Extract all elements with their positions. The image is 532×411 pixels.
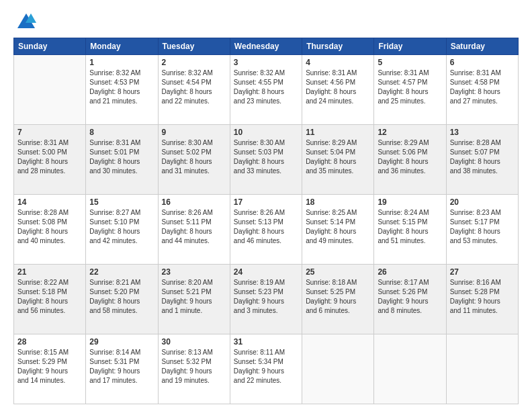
day-number: 6 (450, 58, 515, 67)
day-number: 14 (17, 197, 82, 207)
day-number: 12 (378, 128, 442, 137)
day-number: 25 (306, 267, 370, 277)
day-number: 30 (162, 337, 226, 347)
day-info: Sunrise: 8:23 AM Sunset: 5:17 PM Dayligh… (450, 208, 515, 246)
day-info: Sunrise: 8:13 AM Sunset: 5:32 PM Dayligh… (162, 348, 226, 385)
weekday-header: Thursday (302, 38, 374, 55)
weekday-header: Tuesday (158, 38, 230, 55)
day-number: 17 (234, 197, 298, 207)
day-number: 18 (306, 197, 370, 207)
day-number: 3 (234, 58, 298, 67)
calendar-day-cell: 7Sunrise: 8:31 AM Sunset: 5:00 PM Daylig… (14, 125, 86, 195)
calendar-day-cell: 12Sunrise: 8:29 AM Sunset: 5:06 PM Dayli… (374, 125, 446, 195)
day-info: Sunrise: 8:24 AM Sunset: 5:15 PM Dayligh… (378, 208, 442, 246)
day-number: 13 (450, 128, 515, 137)
calendar-day-cell: 4Sunrise: 8:31 AM Sunset: 4:56 PM Daylig… (302, 55, 374, 125)
day-info: Sunrise: 8:32 AM Sunset: 4:55 PM Dayligh… (234, 68, 298, 106)
day-number: 7 (17, 128, 82, 137)
day-number: 23 (162, 267, 226, 277)
calendar-day-cell: 25Sunrise: 8:18 AM Sunset: 5:25 PM Dayli… (302, 265, 374, 334)
day-info: Sunrise: 8:25 AM Sunset: 5:14 PM Dayligh… (306, 208, 370, 246)
day-info: Sunrise: 8:19 AM Sunset: 5:23 PM Dayligh… (234, 278, 298, 316)
calendar-day-cell: 30Sunrise: 8:13 AM Sunset: 5:32 PM Dayli… (158, 334, 230, 404)
calendar-week-row: 14Sunrise: 8:28 AM Sunset: 5:08 PM Dayli… (14, 195, 519, 265)
day-number: 11 (306, 128, 370, 137)
day-info: Sunrise: 8:30 AM Sunset: 5:02 PM Dayligh… (162, 138, 226, 176)
calendar-day-cell (302, 334, 374, 404)
day-info: Sunrise: 8:22 AM Sunset: 5:18 PM Dayligh… (17, 278, 82, 316)
day-number: 5 (378, 58, 442, 67)
calendar-day-cell (374, 334, 446, 404)
calendar-day-cell: 8Sunrise: 8:31 AM Sunset: 5:01 PM Daylig… (86, 125, 158, 195)
calendar-day-cell: 31Sunrise: 8:11 AM Sunset: 5:34 PM Dayli… (230, 334, 302, 404)
day-number: 20 (450, 197, 515, 207)
day-info: Sunrise: 8:31 AM Sunset: 5:01 PM Dayligh… (89, 138, 154, 176)
calendar-day-cell: 5Sunrise: 8:31 AM Sunset: 4:57 PM Daylig… (374, 55, 446, 125)
calendar-day-cell: 13Sunrise: 8:28 AM Sunset: 5:07 PM Dayli… (446, 125, 518, 195)
day-number: 26 (378, 267, 442, 277)
calendar-day-cell: 22Sunrise: 8:21 AM Sunset: 5:20 PM Dayli… (86, 265, 158, 334)
day-number: 28 (17, 337, 82, 347)
calendar-week-row: 1Sunrise: 8:32 AM Sunset: 4:53 PM Daylig… (14, 55, 519, 125)
day-info: Sunrise: 8:29 AM Sunset: 5:06 PM Dayligh… (378, 138, 442, 176)
calendar-day-cell (446, 334, 518, 404)
calendar-day-cell: 3Sunrise: 8:32 AM Sunset: 4:55 PM Daylig… (230, 55, 302, 125)
weekday-header: Friday (374, 38, 446, 55)
day-number: 29 (89, 337, 154, 347)
day-number: 15 (89, 197, 154, 207)
day-info: Sunrise: 8:31 AM Sunset: 4:56 PM Dayligh… (306, 68, 370, 106)
day-info: Sunrise: 8:17 AM Sunset: 5:26 PM Dayligh… (378, 278, 442, 316)
calendar-day-cell: 26Sunrise: 8:17 AM Sunset: 5:26 PM Dayli… (374, 265, 446, 334)
calendar-day-cell: 24Sunrise: 8:19 AM Sunset: 5:23 PM Dayli… (230, 265, 302, 334)
calendar-table: SundayMondayTuesdayWednesdayThursdayFrid… (13, 38, 519, 404)
calendar-day-cell: 10Sunrise: 8:30 AM Sunset: 5:03 PM Dayli… (230, 125, 302, 195)
calendar-day-cell: 29Sunrise: 8:14 AM Sunset: 5:31 PM Dayli… (86, 334, 158, 404)
calendar-day-cell: 21Sunrise: 8:22 AM Sunset: 5:18 PM Dayli… (14, 265, 86, 334)
calendar-day-cell: 19Sunrise: 8:24 AM Sunset: 5:15 PM Dayli… (374, 195, 446, 265)
calendar-day-cell: 9Sunrise: 8:30 AM Sunset: 5:02 PM Daylig… (158, 125, 230, 195)
day-info: Sunrise: 8:32 AM Sunset: 4:53 PM Dayligh… (89, 68, 154, 106)
calendar-day-cell: 16Sunrise: 8:26 AM Sunset: 5:11 PM Dayli… (158, 195, 230, 265)
calendar-day-cell: 20Sunrise: 8:23 AM Sunset: 5:17 PM Dayli… (446, 195, 518, 265)
logo (13, 11, 36, 31)
day-info: Sunrise: 8:32 AM Sunset: 4:54 PM Dayligh… (162, 68, 226, 106)
day-info: Sunrise: 8:26 AM Sunset: 5:11 PM Dayligh… (162, 208, 226, 246)
day-number: 8 (89, 128, 154, 137)
calendar-day-cell: 17Sunrise: 8:26 AM Sunset: 5:13 PM Dayli… (230, 195, 302, 265)
day-info: Sunrise: 8:27 AM Sunset: 5:10 PM Dayligh… (89, 208, 154, 246)
logo-icon (16, 11, 36, 31)
calendar-day-cell (14, 55, 86, 125)
calendar-day-cell: 11Sunrise: 8:29 AM Sunset: 5:04 PM Dayli… (302, 125, 374, 195)
day-info: Sunrise: 8:16 AM Sunset: 5:28 PM Dayligh… (450, 278, 515, 316)
weekday-header: Wednesday (230, 38, 302, 55)
weekday-header: Saturday (446, 38, 518, 55)
calendar-day-cell: 23Sunrise: 8:20 AM Sunset: 5:21 PM Dayli… (158, 265, 230, 334)
day-info: Sunrise: 8:20 AM Sunset: 5:21 PM Dayligh… (162, 278, 226, 316)
weekday-header: Sunday (14, 38, 86, 55)
page: SundayMondayTuesdayWednesdayThursdayFrid… (0, 0, 532, 411)
calendar-day-cell: 27Sunrise: 8:16 AM Sunset: 5:28 PM Dayli… (446, 265, 518, 334)
day-info: Sunrise: 8:28 AM Sunset: 5:08 PM Dayligh… (17, 208, 82, 246)
calendar-day-cell: 14Sunrise: 8:28 AM Sunset: 5:08 PM Dayli… (14, 195, 86, 265)
calendar-day-cell: 15Sunrise: 8:27 AM Sunset: 5:10 PM Dayli… (86, 195, 158, 265)
calendar-header-row: SundayMondayTuesdayWednesdayThursdayFrid… (14, 38, 519, 55)
calendar-week-row: 28Sunrise: 8:15 AM Sunset: 5:29 PM Dayli… (14, 334, 519, 404)
calendar-day-cell: 18Sunrise: 8:25 AM Sunset: 5:14 PM Dayli… (302, 195, 374, 265)
day-number: 31 (234, 337, 298, 347)
day-number: 21 (17, 267, 82, 277)
calendar-day-cell: 6Sunrise: 8:31 AM Sunset: 4:58 PM Daylig… (446, 55, 518, 125)
day-number: 24 (234, 267, 298, 277)
day-info: Sunrise: 8:31 AM Sunset: 4:58 PM Dayligh… (450, 68, 515, 106)
calendar-day-cell: 2Sunrise: 8:32 AM Sunset: 4:54 PM Daylig… (158, 55, 230, 125)
day-number: 10 (234, 128, 298, 137)
day-number: 16 (162, 197, 226, 207)
header (13, 11, 519, 31)
day-number: 4 (306, 58, 370, 67)
day-info: Sunrise: 8:31 AM Sunset: 5:00 PM Dayligh… (17, 138, 82, 176)
weekday-header: Monday (86, 38, 158, 55)
day-number: 9 (162, 128, 226, 137)
day-number: 19 (378, 197, 442, 207)
day-number: 27 (450, 267, 515, 277)
day-number: 2 (162, 58, 226, 67)
day-number: 1 (89, 58, 154, 67)
